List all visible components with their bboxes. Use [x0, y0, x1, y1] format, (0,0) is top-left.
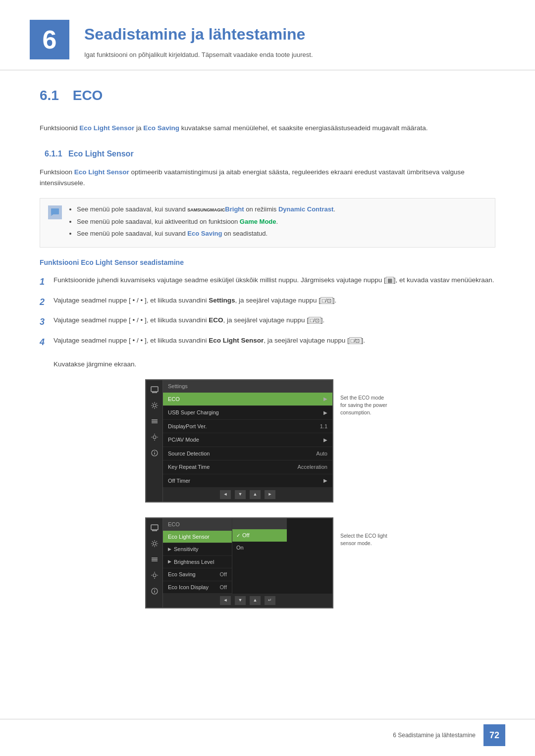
eco-brightness-label: Brightness Level — [174, 558, 214, 566]
page: 6 Seadistamine ja lähtestamine Igat funk… — [0, 0, 535, 756]
step-text-3: Vajutage seadmel nuppe [ • / • ], et lii… — [54, 315, 495, 326]
step-num-3: 3 — [40, 315, 54, 329]
eco-item-brightness: ▶ Brightness Level — [163, 556, 232, 569]
nav-btn-right[interactable]: ► — [265, 490, 275, 499]
sidebar-icon-gear — [149, 400, 160, 411]
section-number: 6.1 — [40, 88, 59, 103]
main-content: 6.1 ECO Funktsioonid Eco Light Sensor ja… — [0, 85, 535, 609]
nav-btn-left[interactable]: ◄ — [220, 490, 231, 499]
screenshot-1-annotation: Set the ECO mode for saving the power co… — [340, 379, 390, 416]
step-3: 3 Vajutage seadmel nuppe [ • / • ], et l… — [40, 315, 495, 329]
sidebar-icon-settings2 — [149, 432, 160, 443]
nav-btn-left-2[interactable]: ◄ — [220, 596, 231, 605]
svg-point-25 — [154, 589, 155, 590]
eco-menu-right: ✓ Off On — [232, 518, 287, 554]
monitor-sidebar-2 — [146, 518, 163, 607]
eco-light-sensor-ref3: Eco Light Sensor — [209, 337, 264, 344]
monitor-nav-1: ◄ ▼ ▲ ► — [163, 488, 332, 502]
eco-item-icon-display: Eco Icon Display Off — [163, 581, 232, 594]
nav-btn-down[interactable]: ▼ — [235, 490, 246, 499]
eco-brightness-arrow: ▶ — [168, 558, 171, 565]
menu-item-dp-label: DisplayPort Ver. — [168, 422, 207, 431]
step-text-4: Vajutage seadmel nuppe [ • / • ], et lii… — [54, 335, 495, 346]
note-block: See menüü pole saadaval, kui suvand SAMS… — [40, 198, 495, 248]
after-steps-text: Kuvatakse järgmine ekraan. — [40, 359, 495, 369]
menu-item-eco-arrow: ▶ — [323, 395, 327, 403]
page-footer: 6 Seadistamine ja lähtestamine 72 — [0, 719, 535, 746]
bright-ref: Bright — [225, 205, 244, 213]
eco-off-label: Off — [242, 531, 249, 540]
eco-light-sensor-ref1: Eco Light Sensor — [79, 124, 134, 132]
menu-item-dp-value: 1.1 — [320, 422, 327, 431]
eco-on-label: On — [236, 545, 244, 551]
eco-submenu: ECO Eco Light Sensor ▶ Sensitivity ▶ — [163, 518, 332, 594]
checkmark-icon: ✓ — [236, 532, 240, 539]
eco-on-option: On — [232, 542, 287, 554]
menu-item-source-label: Source Detection — [168, 450, 210, 458]
screenshot-1-wrapper: Settings ECO ▶ USB Super Charging ▶ Disp… — [145, 379, 390, 503]
sidebar-icon-info — [149, 448, 160, 458]
sidebar-icon-monitor-2 — [149, 522, 160, 533]
game-mode-ref: Game Mode — [240, 218, 276, 225]
monitor-screen-1: Settings ECO ▶ USB Super Charging ▶ Disp… — [145, 379, 333, 503]
subsection-title: 6.1.1 Eco Light Sensor — [40, 148, 495, 160]
sidebar-icon-monitor — [149, 384, 160, 395]
chapter-title: Seadistamine ja lähtestamine — [84, 22, 313, 46]
step-4: 4 Vajutage seadmel nuppe [ • / • ], et l… — [40, 335, 495, 350]
dynamic-contrast-ref: Dynamic Contrast — [278, 205, 333, 213]
chapter-number: 6 — [30, 20, 69, 59]
eco-saving-value: Off — [220, 570, 227, 579]
nav-btn-up[interactable]: ▲ — [250, 490, 261, 499]
sidebar-icon-info-2 — [149, 586, 160, 597]
step-text-1: Funktsioonide juhendi kuvamiseks vajutag… — [54, 275, 495, 286]
eco-item-eco-light: Eco Light Sensor — [163, 531, 232, 544]
svg-rect-14 — [151, 525, 158, 530]
eco-light-label: Eco Light Sensor — [168, 533, 210, 541]
screenshot-2-wrapper: ECO Eco Light Sensor ▶ Sensitivity ▶ — [145, 517, 390, 608]
chapter-title-block: Seadistamine ja lähtestamine Igat funkts… — [84, 20, 313, 60]
menu-item-keyrepeat: Key Repeat Time Acceleration — [163, 460, 332, 474]
nav-btn-enter-2[interactable]: ↵ — [265, 596, 275, 605]
eco-menu-left: ECO Eco Light Sensor ▶ Sensitivity ▶ — [163, 518, 232, 594]
nav-btn-down-2[interactable]: ▼ — [235, 596, 246, 605]
samsung-magic-brand: SAMSUNGMAGIC — [187, 207, 225, 214]
page-number: 72 — [483, 724, 505, 746]
menu-item-eco-label: ECO — [168, 395, 180, 403]
svg-point-13 — [154, 451, 155, 452]
eco-saving-ref1: Eco Saving — [143, 124, 179, 132]
eco-item-sensitivity: ▶ Sensitivity — [163, 543, 232, 556]
steps-list: 1 Funktsioonide juhendi kuvamiseks vajut… — [40, 275, 495, 350]
note-item-2: See menüü pole saadaval, kui aktiveeritu… — [77, 217, 335, 227]
note-list: See menüü pole saadaval, kui suvand SAMS… — [69, 204, 335, 241]
steps-heading: Funktsiooni Eco Light Sensor seadistamin… — [40, 257, 495, 268]
section-heading: ECO — [73, 88, 103, 103]
eco-sensitivity-label: Sensitivity — [174, 545, 199, 554]
nav-btn-up-2[interactable]: ▲ — [250, 596, 261, 605]
eco-saving-label: Eco Saving — [168, 570, 196, 579]
footer-text: 6 Seadistamine ja lähtestamine — [393, 731, 476, 740]
eco-icon-display-label: Eco Icon Display — [168, 583, 209, 592]
screenshot-2-annotation: Select the ECO light sensor mode. — [340, 517, 390, 547]
subsection-number: 6.1.1 — [45, 150, 62, 158]
svg-point-18 — [153, 542, 156, 545]
eco-item-saving: Eco Saving Off — [163, 568, 232, 581]
monitor-sidebar-1 — [146, 380, 163, 502]
svg-point-10 — [153, 436, 156, 439]
menu-item-dp: DisplayPort Ver. 1.1 — [163, 420, 332, 434]
sidebar-icon-lines — [149, 416, 160, 427]
step-num-4: 4 — [40, 335, 54, 350]
sidebar-icon-gear-2 — [149, 538, 160, 549]
menu-item-eco: ECO ▶ — [163, 393, 332, 406]
note-icon — [48, 205, 62, 219]
sidebar-icon-lines-2 — [149, 554, 160, 565]
eco-light-sensor-ref2: Eco Light Sensor — [74, 168, 129, 176]
eco-icon-display-value: Off — [220, 583, 227, 592]
step-2: 2 Vajutage seadmel nuppe [ • / • ], et l… — [40, 295, 495, 309]
menu-item-offtimer-arrow: ▶ — [323, 477, 327, 484]
svg-rect-2 — [151, 387, 158, 392]
eco-off-option: ✓ Off — [232, 529, 287, 542]
eco-saving-ref2: Eco Saving — [187, 230, 222, 237]
menu-item-offtimer: Off Timer ▶ — [163, 474, 332, 488]
menu-item-source: Source Detection Auto — [163, 447, 332, 461]
settings-ref: Settings — [209, 297, 235, 304]
